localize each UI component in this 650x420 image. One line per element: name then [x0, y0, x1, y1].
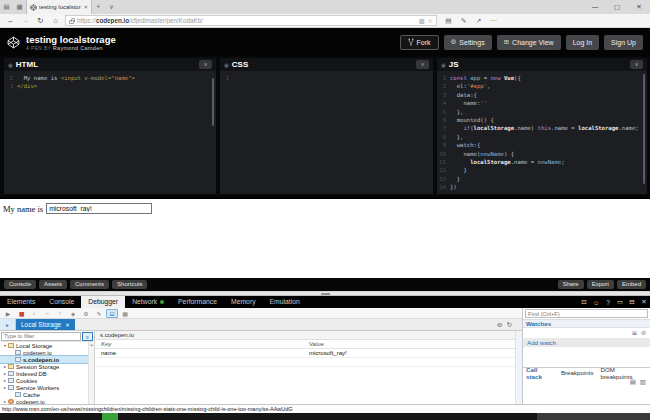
hub-icon[interactable]: ▤: [441, 17, 456, 25]
select-element-icon[interactable]: ⊡: [578, 298, 590, 306]
frame-options-icon[interactable]: ▥: [640, 378, 646, 387]
footer-button-assets[interactable]: Assets: [39, 280, 67, 289]
help-icon[interactable]: ?: [602, 299, 614, 306]
devtools-tab-console[interactable]: Console: [42, 296, 81, 308]
clear-watches-icon[interactable]: ⊘: [641, 329, 646, 337]
step-over-icon[interactable]: →: [41, 310, 53, 316]
sign-up-button[interactable]: Sign Up: [604, 35, 643, 50]
tree-scrollbar[interactable]: ▲: [88, 342, 94, 404]
line-number: 3: [437, 91, 450, 99]
devtools-tab-performance[interactable]: Performance: [171, 296, 224, 308]
devtools-tab-emulation[interactable]: Emulation: [263, 296, 307, 308]
break-on-new-worker-icon[interactable]: ◈: [67, 310, 79, 317]
tree-item-cookies[interactable]: ▸Cookies: [0, 377, 88, 384]
js-editor-scrollbar[interactable]: [643, 74, 645, 184]
storage-domain-label: s.codepen.io: [95, 331, 515, 340]
add-watch-link[interactable]: Add watch: [523, 338, 650, 347]
feedback-smiley-icon[interactable]: ☺: [590, 299, 602, 306]
codepen-logo-icon: [7, 36, 20, 49]
footer-button-share[interactable]: Share: [558, 280, 584, 289]
forward-button[interactable]: →: [18, 16, 33, 25]
chevron-down-icon[interactable]: ∨: [416, 60, 429, 69]
favorite-star-icon[interactable]: ☆: [428, 17, 433, 24]
undock-icon[interactable]: ▭: [614, 298, 626, 306]
filter-input[interactable]: [1, 332, 81, 341]
break-all-icon[interactable]: ▮▮: [15, 310, 27, 317]
html-editor-scrollbar[interactable]: [212, 78, 214, 126]
change-view-button[interactable]: ⊞Change View: [497, 35, 561, 50]
back-button[interactable]: ←: [3, 16, 18, 25]
pretty-print-icon[interactable]: ✎: [93, 310, 105, 317]
chevron-down-icon[interactable]: ∨: [630, 60, 643, 69]
async-frames-icon[interactable]: ▤: [630, 378, 636, 387]
gear-icon: ⚙: [451, 38, 457, 46]
name-input[interactable]: [46, 203, 152, 214]
table-scrollbar[interactable]: [515, 331, 522, 404]
storage-row[interactable]: namemicrosoft_ray!: [95, 349, 515, 358]
new-tab-button[interactable]: +: [92, 0, 105, 14]
open-file-folder-icon[interactable]: ▸: [0, 319, 16, 330]
clear-storage-icon[interactable]: ⊘: [497, 321, 502, 329]
html-code-area[interactable]: 2 My name is <input v-model="name">3</di…: [4, 71, 216, 194]
js-code-area[interactable]: 1const app = new Vue({2 el:'#app',3 data…: [437, 71, 647, 194]
settings-button[interactable]: ⚙Settings: [444, 35, 492, 50]
step-out-icon[interactable]: ↑: [54, 310, 66, 316]
footer-button-export[interactable]: Export: [587, 280, 614, 289]
close-window-button[interactable]: ✕: [628, 0, 650, 14]
source-maps-icon[interactable]: ▦: [119, 310, 131, 317]
callstack-tab-breakpoints[interactable]: Breakpoints: [561, 369, 594, 376]
local-storage-source-tab[interactable]: Local Storage ✕: [16, 319, 75, 330]
refresh-button[interactable]: ↻: [33, 16, 48, 25]
add-watch-icon[interactable]: ⊞: [632, 329, 637, 337]
devtools-tab-debugger[interactable]: Debugger: [81, 296, 125, 308]
line-number: 11: [437, 158, 450, 166]
footer-button-embed[interactable]: Embed: [617, 280, 646, 289]
footer-button-comments[interactable]: Comments: [70, 280, 109, 289]
minimize-button[interactable]: —: [584, 0, 606, 14]
tree-item-indexed-db[interactable]: ▸Indexed DB: [0, 370, 88, 377]
tree-item-session-storage[interactable]: ▸Session Storage: [0, 363, 88, 370]
tree-item-local-storage[interactable]: ▾Local Storage: [0, 342, 88, 349]
share-icon[interactable]: ↗: [471, 17, 486, 25]
reading-view-icon[interactable]: ▥: [419, 17, 425, 24]
just-my-code-icon[interactable]: ⊡: [106, 309, 118, 318]
set-tabs-aside-icon[interactable]: ▦: [13, 0, 26, 14]
exception-settings-icon[interactable]: ⚙: [80, 310, 92, 317]
find-input[interactable]: [525, 309, 648, 318]
footer-button-console[interactable]: Console: [4, 280, 36, 289]
maximize-button[interactable]: ▢: [606, 0, 628, 14]
tree-item-codepen-io[interactable]: codepen.io: [0, 349, 88, 356]
log-in-button[interactable]: Log In: [566, 35, 599, 50]
devtools-tab-network[interactable]: Network: [125, 296, 171, 308]
tab-list-chevron-icon[interactable]: ∨: [105, 0, 118, 14]
close-tab-icon[interactable]: ✕: [83, 4, 88, 10]
continue-icon[interactable]: ▶: [2, 310, 14, 317]
tree-item-s-codepen-io[interactable]: s.codepen.io: [0, 356, 88, 363]
filter-toggle-icon[interactable]: ≡: [82, 332, 93, 341]
dock-icon[interactable]: ⊟: [626, 298, 638, 306]
url-input[interactable]: https://codepen.io/cfjedimaster/pen/Koda…: [65, 15, 437, 26]
fork-button[interactable]: Fork: [400, 35, 439, 50]
more-actions-icon[interactable]: ⋯: [486, 17, 501, 25]
web-note-icon[interactable]: ✎: [456, 17, 471, 25]
devtools-tab-elements[interactable]: Elements: [0, 296, 42, 308]
footer-button-shortcuts[interactable]: Shortcuts: [112, 280, 147, 289]
code-line: 5 },: [437, 108, 647, 116]
chevron-down-icon[interactable]: ∨: [199, 60, 212, 69]
step-into-icon[interactable]: ↓: [28, 310, 40, 316]
browser-tab[interactable]: testing localstorage ✕: [26, 0, 92, 14]
home-button[interactable]: ⌂: [48, 16, 63, 25]
key-column-header[interactable]: Key: [95, 340, 305, 348]
close-devtools-icon[interactable]: ✕: [638, 298, 650, 306]
value-column-header[interactable]: Value: [305, 340, 515, 348]
refresh-storage-icon[interactable]: ↻: [507, 321, 512, 329]
tree-item-cache[interactable]: Cache: [0, 391, 88, 398]
pen-author-link[interactable]: Raymond Camden: [53, 45, 103, 51]
tab-preview-icon[interactable]: ▤: [0, 0, 13, 14]
close-source-tab-icon[interactable]: ✕: [65, 322, 70, 328]
tree-item-service-workers[interactable]: ▸Service Workers: [0, 384, 88, 391]
css-code-area[interactable]: 1: [220, 71, 433, 194]
css-editor-panel: ◉ CSS ∨ 1: [220, 58, 433, 194]
css-editor-label: CSS: [232, 60, 416, 69]
devtools-tab-memory[interactable]: Memory: [224, 296, 263, 308]
